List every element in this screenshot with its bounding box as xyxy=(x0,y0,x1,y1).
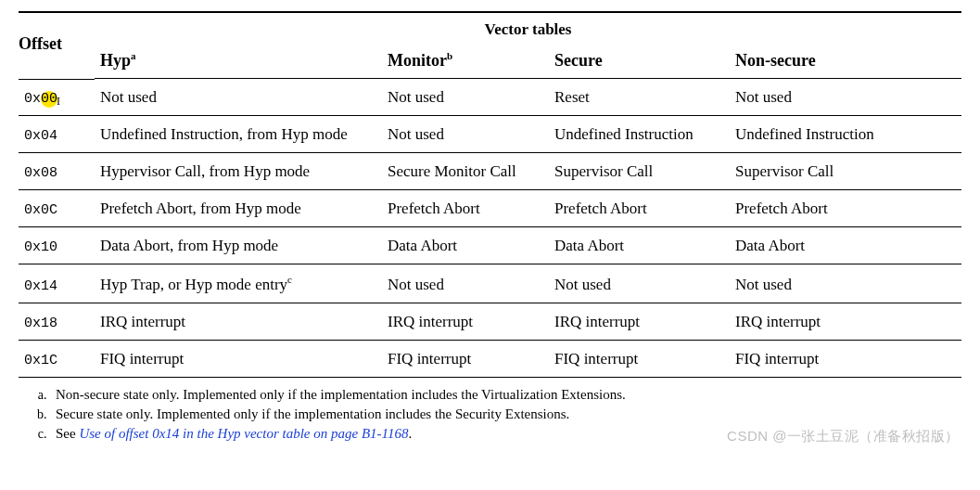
cell-secure: Reset xyxy=(549,79,730,116)
cell-hyp: FIQ interrupt xyxy=(95,340,382,377)
cell-monitor: FIQ interrupt xyxy=(382,340,549,377)
cell-nonsecure: FIQ interrupt xyxy=(730,340,961,377)
vector-table: Offset Vector tables Hypa Monitorb Secur… xyxy=(19,17,961,378)
header-hyp: Hypa xyxy=(95,45,382,79)
text-cursor-icon: I xyxy=(57,95,60,108)
header-monitor: Monitorb xyxy=(382,45,549,79)
cell-monitor: Secure Monitor Call xyxy=(382,153,549,190)
cell-nonsecure: Prefetch Abort xyxy=(730,190,961,227)
offset-cell: 0x04 xyxy=(19,116,95,153)
table-row: 0x10Data Abort, from Hyp modeData AbortD… xyxy=(19,227,961,264)
footnote-b: Secure state only. Implemented only if t… xyxy=(50,406,958,422)
watermark: CSDN @一张土豆泥（准备秋招版） xyxy=(727,428,960,445)
cell-hyp: IRQ interrupt xyxy=(95,303,382,340)
top-rule xyxy=(19,11,961,13)
table-row: 0x14Hyp Trap, or Hyp mode entrycNot used… xyxy=(19,264,961,303)
table-row: 0x04Undefined Instruction, from Hyp mode… xyxy=(19,116,961,153)
cell-monitor: Not used xyxy=(382,79,549,116)
offset-cell: 0x0C xyxy=(19,190,95,227)
header-secure: Secure xyxy=(549,45,730,79)
cell-nonsecure: Data Abort xyxy=(730,227,961,264)
cell-nonsecure: IRQ interrupt xyxy=(730,303,961,340)
cell-nonsecure: Not used xyxy=(730,79,961,116)
table-row: 0x18IRQ interruptIRQ interruptIRQ interr… xyxy=(19,303,961,340)
offset-cell: 0x00I xyxy=(19,79,95,116)
table-row: 0x08Hypervisor Call, from Hyp modeSecure… xyxy=(19,153,961,190)
cell-secure: IRQ interrupt xyxy=(549,303,730,340)
offset-cell: 0x1C xyxy=(19,340,95,377)
cell-hyp: Hyp Trap, or Hyp mode entryc xyxy=(95,264,382,303)
offset-cell: 0x08 xyxy=(19,153,95,190)
cell-hyp: Undefined Instruction, from Hyp mode xyxy=(95,116,382,153)
cell-secure: Undefined Instruction xyxy=(549,116,730,153)
cell-hyp: Prefetch Abort, from Hyp mode xyxy=(95,190,382,227)
cell-nonsecure: Undefined Instruction xyxy=(730,116,961,153)
cell-secure: Data Abort xyxy=(549,227,730,264)
table-row: 0x1CFIQ interruptFIQ interruptFIQ interr… xyxy=(19,340,961,377)
offset-cell: 0x14 xyxy=(19,264,95,303)
offset-cell: 0x10 xyxy=(19,227,95,264)
header-offset: Offset xyxy=(19,17,95,79)
cell-hyp: Not used xyxy=(95,79,382,116)
offset-cell: 0x18 xyxy=(19,303,95,340)
table-row: 0x0CPrefetch Abort, from Hyp modePrefetc… xyxy=(19,190,961,227)
cell-secure: Not used xyxy=(549,264,730,303)
footnote-c-link[interactable]: Use of offset 0x14 in the Hyp vector tab… xyxy=(79,426,408,441)
cell-monitor: Not used xyxy=(382,264,549,303)
header-vector-tables: Vector tables xyxy=(95,17,961,45)
cell-monitor: IRQ interrupt xyxy=(382,303,549,340)
cell-secure: Prefetch Abort xyxy=(549,190,730,227)
header-nonsecure: Non-secure xyxy=(730,45,961,79)
cell-secure: FIQ interrupt xyxy=(549,340,730,377)
cell-monitor: Not used xyxy=(382,116,549,153)
cell-nonsecure: Not used xyxy=(730,264,961,303)
table-row: 0x00INot usedNot usedResetNot used xyxy=(19,79,961,116)
cell-hyp: Hypervisor Call, from Hyp mode xyxy=(95,153,382,190)
cell-secure: Supervisor Call xyxy=(549,153,730,190)
cell-nonsecure: Supervisor Call xyxy=(730,153,961,190)
cell-monitor: Data Abort xyxy=(382,227,549,264)
cell-monitor: Prefetch Abort xyxy=(382,190,549,227)
cell-hyp: Data Abort, from Hyp mode xyxy=(95,227,382,264)
footnote-a: Non-secure state only. Implemented only … xyxy=(50,387,958,403)
